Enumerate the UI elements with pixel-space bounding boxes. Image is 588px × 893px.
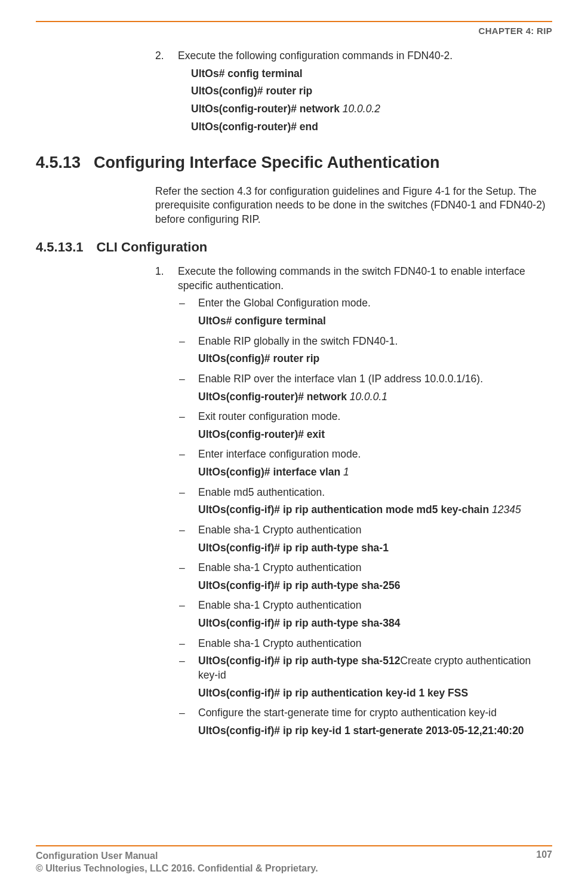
dash-item: –Enable sha-1 Crypto authentication xyxy=(155,599,552,613)
ordered-item-2: 2. Execute the following configuration c… xyxy=(155,49,552,63)
dash-item: –Enter the Global Configuration mode. xyxy=(155,296,552,311)
cmd-arg: 10.0.0.2 xyxy=(340,103,380,115)
subsection-number: 4.5.13.1 xyxy=(36,238,84,256)
dash-item: –Enable md5 authentication. xyxy=(155,486,552,500)
cmd-arg: 10.0.0.1 xyxy=(347,391,387,403)
cmd-line: UltOs(config)# router rip xyxy=(155,352,552,366)
dash-item: –Enable sha-1 Crypto authentication xyxy=(155,561,552,575)
dash-desc: Enable sha-1 Crypto authentication xyxy=(198,637,361,651)
dash-desc: Enable sha-1 Crypto authentication xyxy=(198,561,361,575)
dash-marker: – xyxy=(179,561,186,575)
cmd-line: UltOs(config-if)# ip rip authentication … xyxy=(155,686,552,701)
cmd-bold: UltOs(config-router)# exit xyxy=(198,428,325,440)
cmd-bold: UltOs(config-if)# ip rip auth-type sha-1 xyxy=(198,542,389,554)
cmd-line: UltOs# config terminal xyxy=(155,67,552,81)
dash-desc: Enter interface configuration mode. xyxy=(198,447,361,462)
ordered-item-1: 1. Execute the following commands in the… xyxy=(155,265,552,293)
footer-left: Configuration User Manual © Ulterius Tec… xyxy=(36,849,318,875)
dash-desc: Enable RIP over the interface vlan 1 (IP… xyxy=(198,372,483,386)
cmd-bold: UltOs(config-router)# network xyxy=(191,103,340,115)
subsection-title: CLI Configuration xyxy=(97,238,208,256)
cmd-line: UltOs(config-if)# ip rip auth-type sha-1 xyxy=(155,541,552,556)
cmd-bold: UltOs(config)# router rip xyxy=(191,85,312,97)
cmd-line: UltOs(config-router)# end xyxy=(155,120,552,134)
page-footer: Configuration User Manual © Ulterius Tec… xyxy=(36,849,552,875)
cmd-line: UltOs(config-if)# ip rip auth-type sha-2… xyxy=(155,579,552,593)
cmd-bold: UltOs(config-if)# ip rip auth-type sha-2… xyxy=(198,579,400,591)
dash-desc: Exit router configuration mode. xyxy=(198,410,340,424)
top-rule xyxy=(36,21,552,22)
dash-item: –Enter interface configuration mode. xyxy=(155,447,552,462)
cmd-line: UltOs(config-router)# network 10.0.0.1 xyxy=(155,390,552,404)
cmd-line: UltOs# configure terminal xyxy=(155,314,552,329)
ordered-text: Execute the following configuration comm… xyxy=(178,49,452,63)
cmd-line: UltOs(config)# router rip xyxy=(155,84,552,99)
dash-desc: Enter the Global Configuration mode. xyxy=(198,296,371,311)
dash-desc: Enable md5 authentication. xyxy=(198,486,325,500)
cmd-bold: UltOs(config-router)# network xyxy=(198,391,347,403)
page-number: 107 xyxy=(536,849,552,875)
cmd-bold: UltOs(config-if)# ip rip authentication … xyxy=(198,504,489,515)
cmd-arg: 12345 xyxy=(489,504,521,515)
dash-marker: – xyxy=(179,706,186,720)
section-paragraph: Refer the section 4.3 for configuration … xyxy=(155,185,552,227)
bottom-rule xyxy=(36,845,552,846)
ordered-text: Execute the following commands in the sw… xyxy=(178,265,552,293)
dash-content: UltOs(config-if)# ip rip auth-type sha-5… xyxy=(198,654,552,682)
cmd-bold: UltOs(config-if)# ip rip auth-type sha-3… xyxy=(198,617,400,629)
dash-marker: – xyxy=(179,335,186,349)
ordered-num: 1. xyxy=(155,265,167,293)
cmd-line: UltOs(config-if)# ip rip auth-type sha-3… xyxy=(155,616,552,631)
section-heading-4-5-13: 4.5.13 Configuring Interface Specific Au… xyxy=(36,152,552,173)
dash-item: –Enable sha-1 Crypto authentication xyxy=(155,637,552,651)
cmd-arg: 1 xyxy=(340,466,349,478)
cmd-line: UltOs(config-if)# ip rip key-id 1 start-… xyxy=(155,724,552,738)
footer-title: Configuration User Manual xyxy=(36,849,318,863)
cmd-line: UltOs(config-if)# ip rip authentication … xyxy=(155,503,552,517)
footer-copyright: © Ulterius Technologies, LLC 2016. Confi… xyxy=(36,862,318,875)
dash-marker: – xyxy=(179,447,186,462)
cmd-bold: UltOs# configure terminal xyxy=(198,315,326,327)
dash-item: –Enable RIP globally in the switch FDN40… xyxy=(155,335,552,349)
dash-desc: Enable RIP globally in the switch FDN40-… xyxy=(198,335,398,349)
section-number: 4.5.13 xyxy=(36,152,81,173)
dash-marker: – xyxy=(179,296,186,311)
dash-item: –Exit router configuration mode. xyxy=(155,410,552,424)
dash-marker: – xyxy=(179,523,186,538)
cmd-line: UltOs(config-router)# network 10.0.0.2 xyxy=(155,102,552,116)
dash-item: –Enable sha-1 Crypto authentication xyxy=(155,523,552,538)
cmd-bold: UltOs(config)# router rip xyxy=(198,352,319,364)
step1-block: 1. Execute the following commands in the… xyxy=(36,265,552,738)
dash-desc: Configure the start-generate time for cr… xyxy=(198,706,497,720)
dash-marker: – xyxy=(179,654,186,682)
cmd-bold: UltOs# config terminal xyxy=(191,67,303,79)
dash-marker: – xyxy=(179,599,186,613)
subsection-heading-4-5-13-1: 4.5.13.1 CLI Configuration xyxy=(36,238,552,256)
dash-item-last: – Configure the start-generate time for … xyxy=(155,706,552,720)
cmd-bold: UltOs(config-router)# end xyxy=(191,121,318,133)
dash-marker: – xyxy=(179,637,186,651)
dash-marker: – xyxy=(179,372,186,386)
dash-desc: Enable sha-1 Crypto authentication xyxy=(198,523,361,538)
cmd-line: UltOs(config-router)# exit xyxy=(155,428,552,442)
dash-item: –Enable RIP over the interface vlan 1 (I… xyxy=(155,372,552,386)
dash-item-special: – UltOs(config-if)# ip rip auth-type sha… xyxy=(155,654,552,682)
ordered-num: 2. xyxy=(155,49,167,63)
chapter-header: CHAPTER 4: RIP xyxy=(36,26,552,36)
dash-marker: – xyxy=(179,410,186,424)
cmd-line: UltOs(config)# interface vlan 1 xyxy=(155,465,552,480)
cmd-bold: UltOs(config-if)# ip rip auth-type sha-5… xyxy=(198,655,400,667)
cmd-bold: UltOs(config)# interface vlan xyxy=(198,466,340,478)
dash-desc: Enable sha-1 Crypto authentication xyxy=(198,599,361,613)
dash-marker: – xyxy=(179,486,186,500)
intro-step-block: 2. Execute the following configuration c… xyxy=(36,49,552,134)
section-title: Configuring Interface Specific Authentic… xyxy=(94,152,440,173)
